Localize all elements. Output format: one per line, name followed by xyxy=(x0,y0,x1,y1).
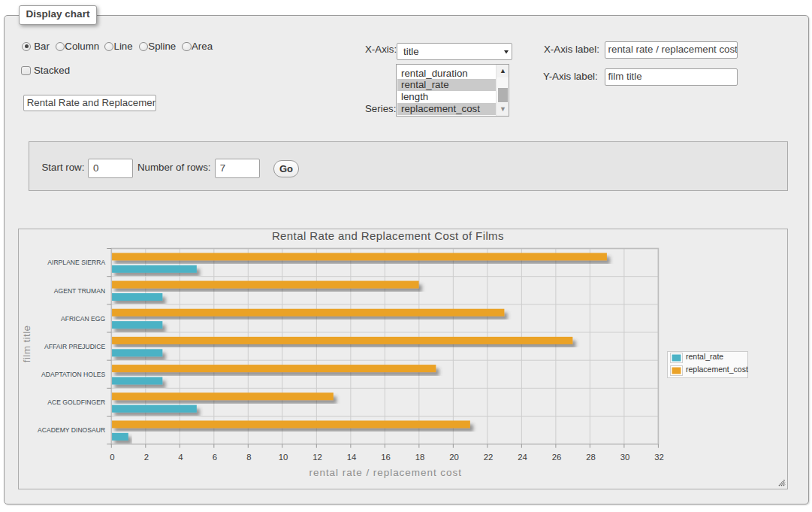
svg-text:0: 0 xyxy=(110,453,114,462)
svg-text:26: 26 xyxy=(552,453,562,462)
svg-text:20: 20 xyxy=(449,453,459,462)
svg-text:ACADEMY DINOSAUR: ACADEMY DINOSAUR xyxy=(38,426,105,434)
svg-text:rental_rate: rental_rate xyxy=(686,352,723,361)
svg-text:24: 24 xyxy=(518,453,527,462)
svg-text:AGENT TRUMAN: AGENT TRUMAN xyxy=(54,287,105,295)
svg-text:18: 18 xyxy=(415,453,425,462)
svg-text:ADAPTATION HOLES: ADAPTATION HOLES xyxy=(41,371,105,378)
svg-text:6: 6 xyxy=(213,453,217,462)
svg-text:28: 28 xyxy=(586,453,596,462)
svg-text:10: 10 xyxy=(279,453,288,462)
svg-text:AFFAIR PREJUDICE: AFFAIR PREJUDICE xyxy=(44,343,105,350)
svg-text:22: 22 xyxy=(484,453,494,462)
svg-text:4: 4 xyxy=(178,453,183,462)
svg-text:8: 8 xyxy=(246,453,251,462)
svg-text:Rental Rate and Replacement Co: Rental Rate and Replacement Cost of Film… xyxy=(272,229,504,242)
svg-text:30: 30 xyxy=(620,453,630,462)
svg-text:AFRICAN EGG: AFRICAN EGG xyxy=(61,315,106,323)
svg-text:14: 14 xyxy=(347,453,357,462)
svg-text:2: 2 xyxy=(144,453,149,462)
svg-text:ACE GOLDFINGER: ACE GOLDFINGER xyxy=(47,398,105,406)
svg-text:32: 32 xyxy=(654,453,664,462)
svg-text:16: 16 xyxy=(381,453,391,462)
svg-text:12: 12 xyxy=(312,453,322,462)
svg-text:film title: film title xyxy=(21,326,32,363)
svg-text:replacement_cost: replacement_cost xyxy=(686,365,748,374)
svg-text:AIRPLANE SIERRA: AIRPLANE SIERRA xyxy=(47,259,105,266)
svg-text:rental rate / replacement cost: rental rate / replacement cost xyxy=(309,467,462,478)
